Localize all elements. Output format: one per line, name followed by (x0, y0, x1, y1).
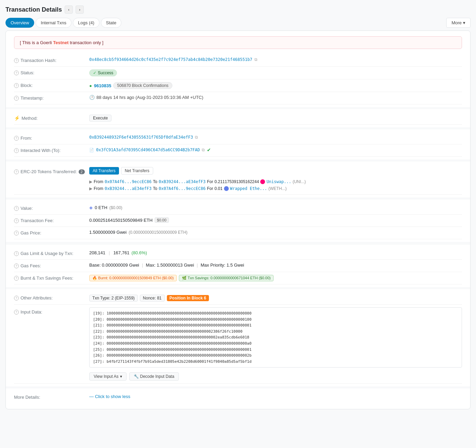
info-icon: ? (14, 264, 19, 268)
view-input-as-button[interactable]: View Input As ▾ (89, 372, 127, 381)
info-icon: ? (14, 96, 19, 101)
block-number[interactable]: 9610835 (94, 83, 111, 88)
input-line-20: [20]: 0000000000000000000000000000000000… (93, 317, 458, 323)
from-label: From: (21, 136, 32, 141)
value-eth: 0 ETH (95, 205, 107, 210)
main-card: [ This is a Goerli Testnet transaction o… (5, 30, 471, 409)
info-icon: ? (14, 310, 19, 315)
info-icon: ? (14, 169, 19, 174)
input-line-27: [27]: b4fbf271143f4fbf7b91a5ded31805e42b… (93, 359, 458, 365)
gas-base: Base: 0.000000009 Gwei (89, 263, 139, 268)
info-icon: ? (14, 136, 19, 141)
weth-token-icon (224, 186, 229, 191)
timestamp-value: 🕐 88 days 14 hrs ago (Aug-31-2023 05:10:… (89, 95, 203, 100)
copy-from-icon[interactable]: ⧉ (195, 135, 198, 140)
transfer-from-2[interactable]: 0xB39244...aE34efF3 (105, 186, 151, 191)
gas-fees-row: ? Gas Fees: Base: 0.000000009 Gwei | Max… (14, 260, 462, 272)
copy-hash-icon[interactable]: ⧉ (254, 57, 257, 62)
info-icon: ? (14, 58, 19, 63)
interacted-with-address[interactable]: 0x3fC91A3afd70395Cd496C647d5a6CC9D4B2b7F… (96, 148, 200, 152)
token-name-1[interactable]: Uniswap... (266, 179, 291, 184)
tabs-bar: Overview Internal Txns Logs (4) State Mo… (5, 18, 471, 28)
gas-price-label: Gas Price: (21, 230, 41, 235)
method-badge: Execute (89, 115, 111, 121)
erc20-count: 2 (79, 169, 85, 174)
chevron-down-icon: ▾ (120, 374, 122, 379)
input-line-19: [19]: 1000000000000000000000000000000000… (93, 310, 458, 317)
gas-price-row: ? Gas Price: 1.500000009 Gwei (0.0000000… (14, 227, 462, 239)
value-label: Value: (21, 206, 33, 211)
transfer-row-2: ▶ From 0xB39244...aE34efF3 To 0x07A4f6..… (89, 186, 306, 191)
tab-logs[interactable]: Logs (4) (73, 18, 100, 28)
status-badge: ✓ Success (89, 69, 117, 76)
transfer-amount-1: 0.211175391305162244 (214, 179, 259, 184)
gas-price-eth: (0.0000000001500000009 ETH) (129, 230, 187, 235)
info-icon: ? (14, 71, 19, 75)
burnt-savings-label: Burnt & Txn Savings Fees: (21, 276, 73, 281)
interacted-with-label: Interacted With (To): (21, 148, 61, 153)
nav-prev-button[interactable]: ‹ (65, 5, 73, 14)
input-data-label: Input Data: (21, 309, 42, 315)
from-address[interactable]: 0xB392448932F6ef430555631f765Df0dfaE34ef… (89, 135, 193, 140)
block-confirmations: 506870 Block Confirmations (113, 82, 172, 89)
erc20-row: ? ERC-20 Tokens Transferred: 2 All Trans… (14, 164, 462, 195)
burnt-badge: 🔥 Burnt: 0.0000000000001509849 ETH ($0.0… (89, 275, 177, 281)
copy-interacted-icon[interactable]: ⧉ (202, 148, 205, 152)
input-data-box: [19]: 1000000000000000000000000000000000… (89, 307, 462, 368)
gas-fees-label: Gas Fees: (21, 263, 41, 268)
testnet-alert: [ This is a Goerli Testnet transaction o… (14, 36, 462, 49)
position-badge: Position In Block 6 (167, 295, 209, 301)
block-label: Block: (21, 83, 32, 88)
verified-icon: ✔ (207, 147, 211, 153)
tx-fee-label: Transaction Fee: (21, 218, 54, 223)
transfers-section: ▶ From 0x07A4f6...9eccEC86 To 0xB39244..… (89, 179, 306, 192)
transfer-from-1[interactable]: 0x07A4f6...9eccEC86 (105, 179, 151, 184)
tx-hash-row: ? Transaction Hash: 0x48ec8cb5f934664d26… (14, 54, 462, 67)
input-data-row: ? Input Data: [19]: 10000000000000000000… (14, 305, 462, 384)
lightning-icon: ⚡ (14, 115, 20, 121)
tab-state[interactable]: State (101, 18, 121, 28)
nav-next-button[interactable]: › (76, 5, 84, 14)
all-transfers-button[interactable]: All Transfers (89, 167, 119, 175)
chevron-down-icon: ▾ (463, 20, 465, 25)
transfer-to-1[interactable]: 0xB39244...aE34efF3 (159, 179, 206, 184)
savings-badge: 🌿 Txn Savings: 0.00000000000671044 ETH (… (179, 275, 274, 281)
block-row: ? Block: ● 9610835 506870 Block Confirma… (14, 79, 462, 92)
net-transfers-button[interactable]: Net Transfers (121, 167, 153, 175)
show-less-link[interactable]: — Click to show less (89, 394, 130, 399)
from-row: ? From: 0xB392448932F6ef430555631f765Df0… (14, 132, 462, 144)
gas-max: Max: 1.500000013 Gwei (146, 263, 194, 268)
tab-internal-txns[interactable]: Internal Txns (36, 18, 71, 28)
gas-limit-row: ? Gas Limit & Usage by Txn: 208,141 | 16… (14, 247, 462, 260)
info-icon: ? (14, 231, 19, 235)
info-icon: ? (14, 218, 19, 223)
gas-limit-value: 208,141 (89, 250, 105, 255)
transfer-to-2[interactable]: 0x07A4f6...9eccEC86 (159, 186, 206, 191)
transfer-arrow-1: ▶ (89, 179, 92, 184)
more-button[interactable]: More ▾ (446, 18, 471, 28)
input-actions: View Input As ▾ 🔧 Decode Input Data (89, 372, 179, 381)
status-row: ? Status: ✓ Success (14, 67, 462, 79)
info-icon: ? (14, 251, 19, 256)
block-check-icon: ● (89, 83, 92, 88)
gas-price-gwei: 1.500000009 Gwei (89, 230, 127, 235)
tx-hash-value[interactable]: 0x48ec8cb5f934664d26c0cf435e2f7c924ef757… (89, 57, 252, 62)
value-usd: ($0.00) (109, 205, 122, 210)
contract-icon: 📄 (89, 148, 94, 152)
method-row: ⚡ Method: Execute (14, 112, 462, 125)
info-icon: ? (14, 206, 19, 211)
gas-used-value: 167,761 (113, 250, 129, 255)
info-icon: ? (14, 83, 19, 88)
other-attributes-label: Other Attributes: (21, 295, 53, 300)
gas-percent: (80.6%) (131, 250, 147, 255)
more-details-row: More Details: — Click to show less (14, 391, 462, 404)
tab-overview[interactable]: Overview (5, 18, 34, 28)
burnt-savings-row: ? Burnt & Txn Savings Fees: 🔥 Burnt: 0.0… (14, 272, 462, 284)
value-row: ? Value: ◈ 0 ETH ($0.00) (14, 202, 462, 215)
info-icon: ? (14, 296, 19, 300)
token-name-2[interactable]: Wrapped Ethe... (230, 186, 267, 191)
status-label: Status: (21, 70, 34, 75)
gas-limit-label: Gas Limit & Usage by Txn: (21, 251, 73, 256)
tx-fee-eth: 0.00025164150150509849 ETH (89, 218, 153, 223)
decode-input-data-button[interactable]: 🔧 Decode Input Data (129, 372, 179, 381)
